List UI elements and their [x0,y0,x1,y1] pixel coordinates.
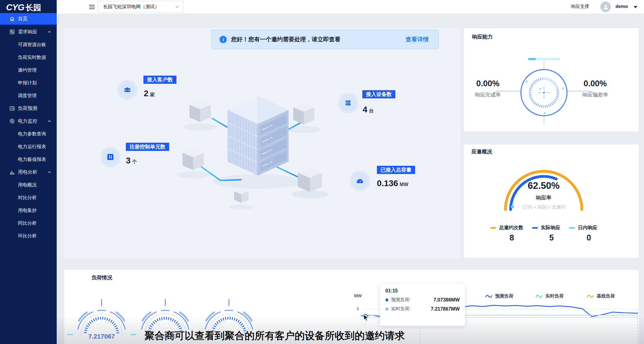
invitation-title: 应邀概况 [471,148,492,155]
legend-total-invitations[interactable]: 总邀约次数 [490,225,523,231]
customers-value: 2 [144,89,149,98]
sidebar-item-label: 用电概况 [18,182,37,188]
legend-forecast-load[interactable]: 预测负荷 [485,293,513,299]
completion-rate-label: 响应完成率 [471,91,505,98]
chevron-up-icon [48,171,51,173]
legend-label: 总邀约次数 [499,225,523,231]
legend-intraday-response[interactable]: 日内响应 [569,225,597,231]
intraday-response-count: 0 [580,233,598,243]
info-icon: i [220,36,227,43]
tooltip-value: 7.07386MW [434,297,460,303]
devices-stat-icon-circle [339,94,357,113]
sidebar-item-yoy-analysis[interactable]: 同比分析 [0,217,57,229]
legend-actual-response[interactable]: 实际响应 [532,225,560,231]
sidebar-item-declaration-plan[interactable]: 申报计划 [0,77,57,89]
chevron-up-icon [48,31,51,33]
app-root: CYG长园 首页 需求响应 可调资源台账 负荷实时数据 邀约管理 申报计划 调度… [0,0,644,344]
avatar[interactable] [600,2,611,12]
sidebar-item-adjustable-resource-ledger[interactable]: 可调资源台账 [0,39,57,50]
sidebar-item-power-parameter-query[interactable]: 电力参数查询 [0,128,57,140]
legend-label: 预测负荷 [495,293,513,299]
sidebar-item-label: 申报计划 [18,80,37,86]
grid-selector-dropdown[interactable]: 长园飞轮深圳电网（测试） [98,1,184,12]
sidebar-item-label: 首页 [18,16,28,22]
grid-selector-value: 长园飞轮深圳电网（测试） [103,4,159,10]
completion-rate-value: 0.00% [471,79,505,88]
control-units-stat-icon-circle [101,148,120,166]
devices-value: 4 [363,105,367,114]
sidebar-item-load-realtime-data[interactable]: 负荷实时数据 [0,52,57,63]
menu-fold-icon[interactable] [89,4,95,10]
banner-message: 您好！您有一个邀约需要处理，请立即查看 [231,36,340,43]
tooltip-row-forecast: 预测负荷: 7.07386MW [385,297,460,303]
sidebar-item-label: 电力监控 [18,118,37,124]
customers-stat-value: 2家 [144,89,155,98]
sidebar-item-label: 可调资源台账 [18,42,46,48]
capacity-gauge-icon [355,176,364,185]
home-icon [9,16,15,22]
tooltip-time: 01:15 [385,288,460,294]
sidebar-item-label: 负荷实时数据 [18,54,46,61]
capacity-stat-icon-circle [351,171,369,190]
sidebar-item-comparison-analysis[interactable]: 对比分析 [0,192,57,203]
tooltip-value: 7.217867MW [431,306,460,312]
sidebar-item-power-operation-report[interactable]: 电力运行报表 [0,141,57,152]
tooltip-label: 实时负荷: [391,306,411,312]
brand-logo-en: CYG [6,2,24,12]
demand-response-icon [9,29,15,35]
devices-stat-value: 4台 [363,105,374,114]
completion-rate-block: 0.00% 响应完成率 [471,79,505,98]
deviation-rate-block: 0.00% 响应偏差率 [579,79,612,98]
sidebar-item-invitation-management[interactable]: 邀约管理 [0,64,57,76]
sidebar-item-mom-analysis[interactable]: 环比分析 [0,230,57,242]
username[interactable]: demo [615,4,628,9]
legend-swatch-orange [490,227,496,229]
electricity-analysis-icon [9,169,15,175]
legend-realtime-load[interactable]: 实时负荷 [535,293,564,299]
sidebar-item-home[interactable]: 首页 [0,13,57,25]
control-units-stat-value: 3个 [126,156,137,165]
devices-unit: 台 [369,108,374,113]
sidebar-item-electricity-overview[interactable]: 用电概况 [0,179,57,191]
tooltip-label: 预测负荷: [391,297,411,303]
control-units-stat-badge: 注册控制单元数 [126,143,169,151]
brand-logo-cn: 长园 [25,3,41,12]
control-units-value: 3 [126,156,131,165]
capacity-value: 0.136 [377,179,398,188]
customers-icon [123,85,132,94]
total-invitations-count: 8 [503,233,521,243]
legend-swatch-blue [532,227,538,229]
sidebar-group-electricity-analysis[interactable]: 用电分析 [0,166,57,178]
response-rate-label: 响应率 [516,194,571,201]
sidebar-item-label: 环比分析 [18,233,37,239]
topbar: 长园飞轮深圳电网（测试） 响应支撑 demo [57,0,644,14]
sidebar-group-power-monitoring[interactable]: 电力监控 [0,115,57,127]
sidebar-item-dispatch-management[interactable]: 调度管理 [0,90,57,101]
capability-title: 响应能力 [472,33,493,40]
sidebar-item-label: 需求响应 [18,29,37,35]
legend-label: 基线负荷 [597,293,615,299]
sidebar-item-label: 调度管理 [18,93,37,99]
deviation-rate-value: 0.00% [579,79,612,88]
legend-baseline-load[interactable]: 基线负荷 [587,293,615,299]
caret-down-icon[interactable] [634,6,637,8]
dot-icon [385,298,388,301]
sidebar-item-meter-reading[interactable]: 用电集抄 [0,205,57,216]
response-support-link[interactable]: 响应支撑 [571,4,589,9]
wave-icon [587,294,594,298]
sidebar-group-demand-response[interactable]: 需求响应 [0,26,57,38]
customers-stat-icon-circle [118,80,137,99]
devices-icon [344,99,352,107]
legend-label: 实时负荷 [545,293,564,299]
load-gauge-value-1: 7.217067 [77,333,126,340]
wave-icon [485,294,492,298]
view-details-link[interactable]: 查看详情 [406,36,431,43]
load-title: 负荷情况 [92,274,112,281]
sidebar-item-label: 电力极值报表 [18,156,46,163]
sidebar-item-load-forecast[interactable]: 负荷预测 [0,103,57,114]
capacity-stat-badge: 已接入总容量 [377,166,415,174]
sidebar-item-power-extreme-report[interactable]: 电力极值报表 [0,154,57,165]
sidebar-item-label: 对比分析 [18,195,37,201]
load-forecast-icon [9,106,15,111]
devices-stat-badge: 接入设备数 [362,90,395,98]
